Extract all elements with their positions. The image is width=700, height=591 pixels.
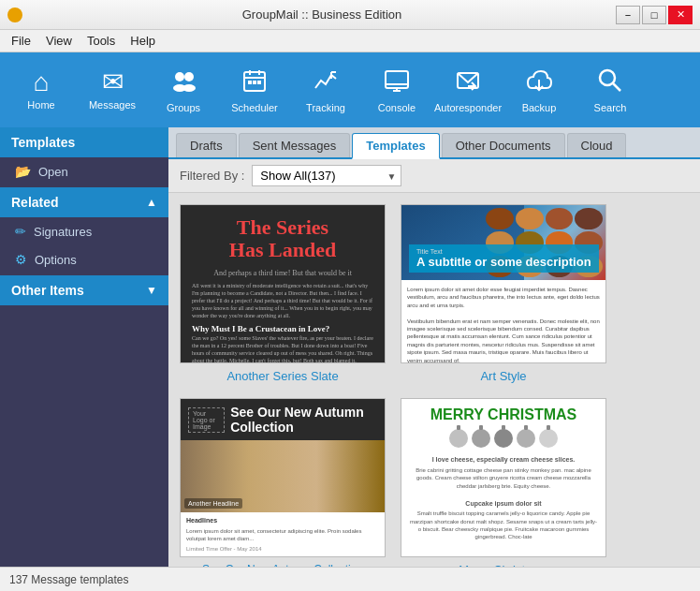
svg-point-1 (184, 72, 194, 81)
svg-rect-9 (253, 81, 256, 84)
toolbar-search[interactable]: Search (576, 56, 644, 124)
toolbar-search-label: Search (594, 102, 627, 113)
sidebar-item-options-label: Options (35, 253, 77, 267)
autoresponder-icon (455, 67, 481, 98)
tabs-bar: Drafts Sent Messages Templates Other Doc… (168, 127, 700, 159)
toolbar-home[interactable]: ⌂ Home (7, 56, 75, 124)
content-area: Drafts Sent Messages Templates Other Doc… (168, 127, 700, 567)
toolbar-messages-label: Messages (89, 99, 136, 111)
template-preview-xmas: MERRY CHRISTMAS I love cheese, especiall… (401, 398, 606, 557)
template-name-art: Art Style (480, 369, 526, 383)
close-button[interactable]: ✕ (668, 6, 693, 24)
status-bar: 137 Message templates (0, 567, 700, 591)
sidebar: Templates 📂 Open Related ▲ ✏ Signatures … (0, 127, 168, 567)
filter-label: Filtered By : (180, 169, 244, 183)
toolbar-console-label: Console (378, 102, 416, 113)
toolbar-groups-label: Groups (167, 102, 200, 113)
other-items-chevron-icon: ▼ (146, 284, 157, 297)
sidebar-item-open[interactable]: 📂 Open (0, 157, 168, 185)
toolbar-backup[interactable]: Backup (505, 56, 573, 124)
main-layout: Templates 📂 Open Related ▲ ✏ Signatures … (0, 127, 700, 567)
minimize-button[interactable]: − (616, 6, 640, 24)
filter-select[interactable]: Show All(137) Recent Favorites (252, 165, 401, 186)
menu-view[interactable]: View (38, 32, 80, 50)
toolbar-console[interactable]: Console (363, 56, 430, 124)
template-card-art[interactable]: Title Text A subtitle or some descriptio… (401, 204, 606, 383)
sidebar-section-other-items[interactable]: Other Items ▼ (0, 275, 168, 305)
template-preview-art: Title Text A subtitle or some descriptio… (401, 204, 606, 363)
tab-templates[interactable]: Templates (352, 133, 439, 159)
template-grid: The SeriesHas Landed And perhaps a third… (168, 193, 700, 567)
tab-sent-messages[interactable]: Sent Messages (239, 133, 351, 157)
groups-icon (170, 67, 197, 98)
toolbar: ⌂ Home ✉ Messages Groups (0, 52, 700, 127)
app-icon (7, 7, 22, 22)
toolbar-backup-label: Backup (522, 102, 557, 113)
toolbar-scheduler[interactable]: Scheduler (221, 56, 288, 124)
window-controls: − □ ✕ (616, 6, 693, 24)
maximize-button[interactable]: □ (642, 6, 666, 24)
options-gear-icon: ⚙ (15, 252, 27, 267)
toolbar-autoresponder[interactable]: Autoresponder (434, 56, 502, 124)
messages-icon: ✉ (102, 69, 124, 96)
tab-cloud[interactable]: Cloud (567, 133, 627, 157)
toolbar-tracking-label: Tracking (306, 102, 345, 113)
template-card-xmas[interactable]: MERRY CHRISTMAS I love cheese, especiall… (401, 398, 606, 567)
template-preview-autumn: Your Logo orImage See Our New Autumn Col… (180, 398, 386, 557)
sidebar-section-templates-label: Templates (11, 135, 75, 150)
home-icon: ⌂ (34, 69, 50, 96)
menu-help[interactable]: Help (123, 32, 163, 50)
menu-bar: File View Tools Help (0, 30, 700, 52)
tab-other-documents[interactable]: Other Documents (442, 133, 565, 157)
svg-line-21 (613, 83, 620, 91)
window-title: GroupMail :: Business Edition (28, 7, 616, 22)
sidebar-section-templates[interactable]: Templates (0, 127, 168, 157)
related-chevron-icon: ▲ (146, 196, 157, 209)
template-card-series[interactable]: The SeriesHas Landed And perhaps a third… (180, 204, 386, 383)
toolbar-autoresponder-label: Autoresponder (434, 102, 502, 113)
toolbar-groups[interactable]: Groups (150, 56, 217, 124)
template-preview-series: The SeriesHas Landed And perhaps a third… (180, 204, 386, 363)
toolbar-tracking[interactable]: Tracking (292, 56, 359, 124)
filter-bar: Filtered By : Show All(137) Recent Favor… (168, 159, 700, 193)
sidebar-section-related[interactable]: Related ▲ (0, 187, 168, 217)
sidebar-item-open-label: Open (38, 165, 68, 179)
menu-tools[interactable]: Tools (80, 32, 123, 50)
svg-rect-10 (257, 81, 261, 84)
svg-point-0 (175, 72, 184, 81)
scheduler-icon (241, 67, 268, 98)
sidebar-item-options[interactable]: ⚙ Options (0, 245, 168, 273)
svg-rect-13 (386, 71, 408, 88)
template-name-series: Another Series Slate (226, 369, 338, 383)
sidebar-section-related-label: Related (11, 195, 59, 210)
signatures-icon: ✏ (15, 224, 26, 239)
toolbar-home-label: Home (27, 99, 54, 111)
tab-drafts[interactable]: Drafts (176, 133, 237, 157)
toolbar-messages[interactable]: ✉ Messages (79, 56, 146, 124)
filter-select-wrapper[interactable]: Show All(137) Recent Favorites (252, 165, 401, 186)
template-card-autumn[interactable]: Your Logo orImage See Our New Autumn Col… (180, 398, 386, 567)
sidebar-section-other-items-label: Other Items (11, 283, 84, 298)
console-icon (384, 67, 410, 98)
svg-rect-8 (248, 81, 252, 84)
template-name-xmas: Merry Christmas (459, 563, 547, 567)
status-text: 137 Message templates (9, 573, 128, 586)
template-name-autumn: See Our New Autumn Collection (202, 563, 363, 567)
sidebar-item-signatures[interactable]: ✏ Signatures (0, 217, 168, 245)
open-folder-icon: 📂 (15, 164, 31, 179)
search-icon (597, 67, 623, 98)
menu-file[interactable]: File (4, 32, 38, 50)
tracking-icon (313, 67, 339, 98)
svg-point-3 (182, 84, 196, 92)
backup-icon (526, 67, 552, 98)
svg-point-20 (600, 70, 615, 85)
sidebar-item-signatures-label: Signatures (34, 225, 92, 239)
title-bar: GroupMail :: Business Edition − □ ✕ (0, 0, 700, 30)
toolbar-scheduler-label: Scheduler (231, 102, 278, 113)
